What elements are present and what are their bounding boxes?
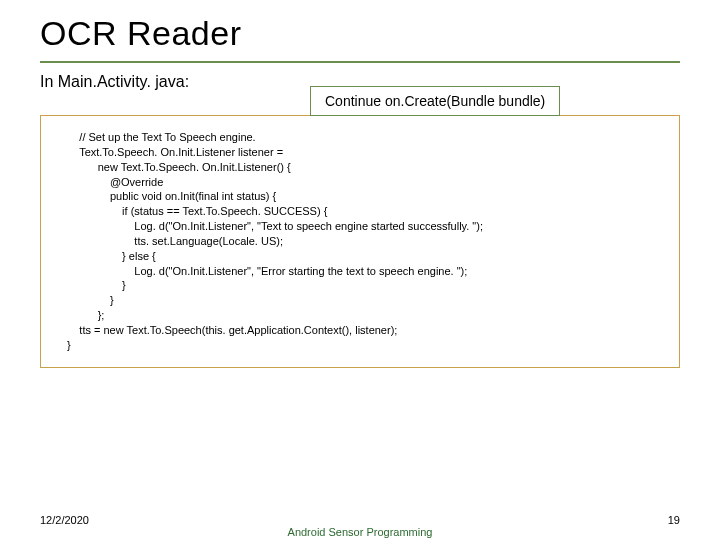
callout-box: Continue on.Create(Bundle bundle) (310, 86, 560, 116)
footer-page-number: 19 (668, 514, 680, 526)
footer-date: 12/2/2020 (40, 514, 89, 526)
code-box: // Set up the Text To Speech engine. Tex… (40, 115, 680, 368)
slide: OCR Reader In Main.Activity. java: Conti… (0, 0, 720, 540)
title-underline (40, 61, 680, 63)
footer-center: Android Sensor Programming (0, 526, 720, 538)
page-title: OCR Reader (40, 14, 680, 53)
